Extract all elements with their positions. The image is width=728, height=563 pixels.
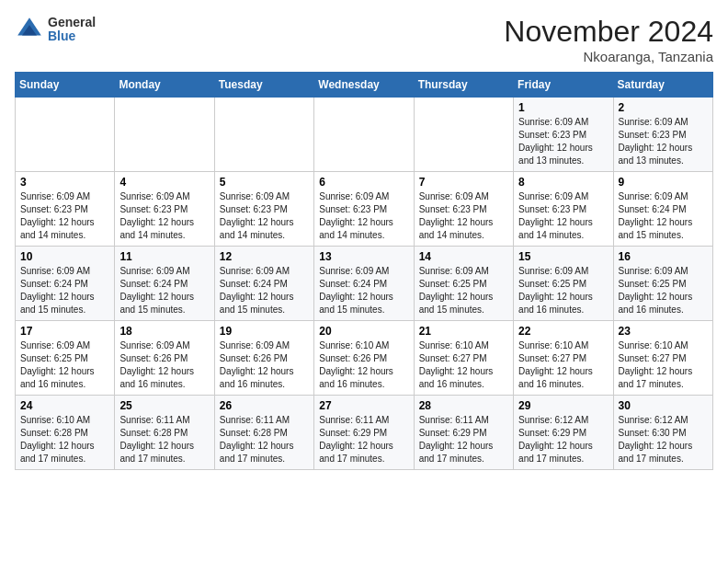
day-detail: Sunrise: 6:10 AM Sunset: 6:27 PM Dayligh… <box>619 339 708 391</box>
day-detail: Sunrise: 6:09 AM Sunset: 6:24 PM Dayligh… <box>119 265 209 316</box>
day-detail: Sunrise: 6:09 AM Sunset: 6:23 PM Dayligh… <box>319 190 408 242</box>
day-number: 2 <box>619 101 708 114</box>
day-number: 17 <box>20 325 109 338</box>
day-detail: Sunrise: 6:09 AM Sunset: 6:26 PM Dayligh… <box>220 339 309 391</box>
day-number: 1 <box>518 101 608 114</box>
day-number: 11 <box>119 250 209 263</box>
day-number: 23 <box>619 325 708 338</box>
day-detail: Sunrise: 6:09 AM Sunset: 6:25 PM Dayligh… <box>518 265 608 316</box>
calendar-cell: 23Sunrise: 6:10 AM Sunset: 6:27 PM Dayli… <box>613 321 712 396</box>
calendar-cell: 29Sunrise: 6:12 AM Sunset: 6:29 PM Dayli… <box>514 396 613 470</box>
calendar-cell: 20Sunrise: 6:10 AM Sunset: 6:26 PM Dayli… <box>314 321 414 396</box>
calendar-week-row: 17Sunrise: 6:09 AM Sunset: 6:25 PM Dayli… <box>16 321 713 396</box>
calendar-cell: 22Sunrise: 6:10 AM Sunset: 6:27 PM Dayli… <box>514 321 613 396</box>
day-number: 18 <box>119 325 209 338</box>
calendar-day-header: Thursday <box>414 73 513 98</box>
calendar-cell: 24Sunrise: 6:10 AM Sunset: 6:28 PM Dayli… <box>16 396 115 470</box>
day-number: 5 <box>220 176 309 189</box>
day-number: 10 <box>20 250 109 263</box>
day-detail: Sunrise: 6:10 AM Sunset: 6:26 PM Dayligh… <box>319 339 408 391</box>
calendar-cell: 30Sunrise: 6:12 AM Sunset: 6:30 PM Dayli… <box>613 396 712 470</box>
logo-text: General Blue <box>48 16 96 44</box>
calendar-cell: 27Sunrise: 6:11 AM Sunset: 6:29 PM Dayli… <box>314 396 414 470</box>
calendar-week-row: 3Sunrise: 6:09 AM Sunset: 6:23 PM Daylig… <box>16 172 713 247</box>
calendar-day-header: Sunday <box>16 73 115 98</box>
calendar-day-header: Friday <box>514 73 613 98</box>
day-number: 19 <box>220 325 309 338</box>
logo-general: General <box>48 16 96 29</box>
calendar-day-header: Wednesday <box>314 73 414 98</box>
calendar-day-header: Tuesday <box>214 73 313 98</box>
day-detail: Sunrise: 6:09 AM Sunset: 6:23 PM Dayligh… <box>518 190 608 242</box>
calendar-cell: 15Sunrise: 6:09 AM Sunset: 6:25 PM Dayli… <box>514 247 613 321</box>
day-detail: Sunrise: 6:11 AM Sunset: 6:28 PM Dayligh… <box>220 414 309 465</box>
title-block: November 2024 Nkoaranga, Tanzania <box>504 15 713 64</box>
calendar-week-row: 24Sunrise: 6:10 AM Sunset: 6:28 PM Dayli… <box>16 396 713 470</box>
day-number: 27 <box>319 399 408 412</box>
day-number: 14 <box>419 250 508 263</box>
calendar-cell <box>16 98 115 172</box>
day-detail: Sunrise: 6:09 AM Sunset: 6:23 PM Dayligh… <box>518 116 608 167</box>
day-number: 4 <box>119 176 209 189</box>
calendar-cell: 7Sunrise: 6:09 AM Sunset: 6:23 PM Daylig… <box>414 172 513 247</box>
calendar-cell <box>314 98 414 172</box>
calendar-table: SundayMondayTuesdayWednesdayThursdayFrid… <box>15 72 713 470</box>
day-number: 12 <box>220 250 309 263</box>
calendar-cell: 4Sunrise: 6:09 AM Sunset: 6:23 PM Daylig… <box>115 172 214 247</box>
calendar-cell: 28Sunrise: 6:11 AM Sunset: 6:29 PM Dayli… <box>414 396 513 470</box>
calendar-cell: 25Sunrise: 6:11 AM Sunset: 6:28 PM Dayli… <box>115 396 214 470</box>
calendar-cell: 14Sunrise: 6:09 AM Sunset: 6:25 PM Dayli… <box>414 247 513 321</box>
calendar-cell: 18Sunrise: 6:09 AM Sunset: 6:26 PM Dayli… <box>115 321 214 396</box>
day-detail: Sunrise: 6:11 AM Sunset: 6:29 PM Dayligh… <box>319 414 408 465</box>
day-number: 8 <box>518 176 608 189</box>
month-year: November 2024 <box>504 15 713 49</box>
calendar-cell: 9Sunrise: 6:09 AM Sunset: 6:24 PM Daylig… <box>613 172 712 247</box>
day-detail: Sunrise: 6:09 AM Sunset: 6:24 PM Dayligh… <box>319 265 408 316</box>
day-number: 15 <box>518 250 608 263</box>
day-detail: Sunrise: 6:09 AM Sunset: 6:25 PM Dayligh… <box>20 339 109 391</box>
calendar-cell: 5Sunrise: 6:09 AM Sunset: 6:23 PM Daylig… <box>214 172 313 247</box>
day-detail: Sunrise: 6:10 AM Sunset: 6:27 PM Dayligh… <box>518 339 608 391</box>
day-detail: Sunrise: 6:09 AM Sunset: 6:25 PM Dayligh… <box>619 265 708 316</box>
day-number: 25 <box>119 399 209 412</box>
day-detail: Sunrise: 6:11 AM Sunset: 6:29 PM Dayligh… <box>419 414 508 465</box>
day-number: 26 <box>220 399 309 412</box>
day-detail: Sunrise: 6:09 AM Sunset: 6:23 PM Dayligh… <box>419 190 508 242</box>
day-detail: Sunrise: 6:09 AM Sunset: 6:23 PM Dayligh… <box>119 190 209 242</box>
calendar-cell: 17Sunrise: 6:09 AM Sunset: 6:25 PM Dayli… <box>16 321 115 396</box>
location: Nkoaranga, Tanzania <box>504 49 713 64</box>
day-detail: Sunrise: 6:09 AM Sunset: 6:25 PM Dayligh… <box>419 265 508 316</box>
calendar-cell: 12Sunrise: 6:09 AM Sunset: 6:24 PM Dayli… <box>214 247 313 321</box>
calendar-header-row: SundayMondayTuesdayWednesdayThursdayFrid… <box>16 73 713 98</box>
day-number: 16 <box>619 250 708 263</box>
calendar-cell: 19Sunrise: 6:09 AM Sunset: 6:26 PM Dayli… <box>214 321 313 396</box>
day-number: 9 <box>619 176 708 189</box>
day-detail: Sunrise: 6:09 AM Sunset: 6:26 PM Dayligh… <box>119 339 209 391</box>
calendar-cell <box>214 98 313 172</box>
logo: General Blue <box>15 15 96 44</box>
calendar-cell: 2Sunrise: 6:09 AM Sunset: 6:23 PM Daylig… <box>613 98 712 172</box>
calendar-day-header: Saturday <box>613 73 712 98</box>
logo-blue: Blue <box>48 29 96 43</box>
day-detail: Sunrise: 6:09 AM Sunset: 6:23 PM Dayligh… <box>220 190 309 242</box>
calendar-cell: 10Sunrise: 6:09 AM Sunset: 6:24 PM Dayli… <box>16 247 115 321</box>
calendar-cell: 16Sunrise: 6:09 AM Sunset: 6:25 PM Dayli… <box>613 247 712 321</box>
day-number: 7 <box>419 176 508 189</box>
calendar-cell: 3Sunrise: 6:09 AM Sunset: 6:23 PM Daylig… <box>16 172 115 247</box>
day-number: 13 <box>319 250 408 263</box>
day-number: 3 <box>20 176 109 189</box>
day-detail: Sunrise: 6:12 AM Sunset: 6:30 PM Dayligh… <box>619 414 708 465</box>
day-number: 24 <box>20 399 109 412</box>
calendar-day-header: Monday <box>115 73 214 98</box>
day-number: 21 <box>419 325 508 338</box>
day-number: 6 <box>319 176 408 189</box>
calendar-cell: 21Sunrise: 6:10 AM Sunset: 6:27 PM Dayli… <box>414 321 513 396</box>
day-detail: Sunrise: 6:11 AM Sunset: 6:28 PM Dayligh… <box>119 414 209 465</box>
day-detail: Sunrise: 6:09 AM Sunset: 6:23 PM Dayligh… <box>619 116 708 167</box>
page-header: General Blue November 2024 Nkoaranga, Ta… <box>15 15 713 64</box>
day-number: 30 <box>619 399 708 412</box>
calendar-cell: 1Sunrise: 6:09 AM Sunset: 6:23 PM Daylig… <box>514 98 613 172</box>
calendar-cell: 26Sunrise: 6:11 AM Sunset: 6:28 PM Dayli… <box>214 396 313 470</box>
calendar-cell: 8Sunrise: 6:09 AM Sunset: 6:23 PM Daylig… <box>514 172 613 247</box>
calendar-cell <box>115 98 214 172</box>
